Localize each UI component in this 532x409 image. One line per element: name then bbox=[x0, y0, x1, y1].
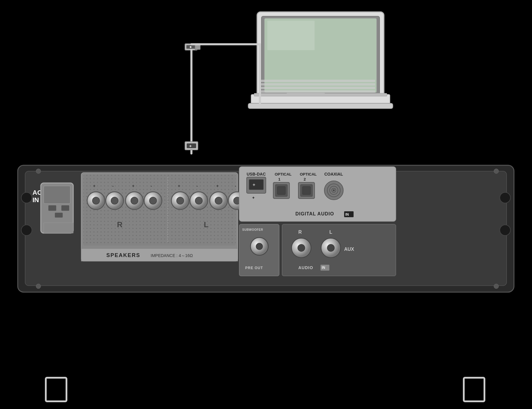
svg-text:+: + bbox=[178, 184, 180, 188]
svg-rect-5 bbox=[251, 94, 390, 106]
svg-point-102 bbox=[36, 284, 41, 289]
svg-rect-79 bbox=[298, 182, 315, 199]
svg-rect-87 bbox=[344, 211, 354, 217]
digital-audio-label: DIGITAL AUDIO bbox=[295, 211, 334, 216]
coaxial-label: COAXIAL bbox=[324, 172, 343, 176]
svg-rect-34 bbox=[55, 212, 63, 218]
svg-text:-: - bbox=[151, 184, 152, 188]
svg-point-46 bbox=[144, 192, 162, 210]
svg-point-42 bbox=[106, 192, 123, 210]
svg-rect-24 bbox=[25, 171, 507, 286]
svg-rect-71 bbox=[249, 179, 263, 190]
digital-in-badge: IN bbox=[345, 212, 349, 217]
svg-point-85 bbox=[332, 188, 336, 192]
svg-point-52 bbox=[195, 197, 202, 204]
svg-rect-75 bbox=[273, 182, 289, 199]
svg-point-101 bbox=[494, 169, 499, 174]
svg-rect-91 bbox=[282, 224, 396, 276]
svg-point-25 bbox=[21, 192, 32, 203]
svg-rect-33 bbox=[61, 205, 69, 211]
svg-point-103 bbox=[494, 284, 499, 289]
svg-rect-7 bbox=[260, 80, 375, 82]
svg-rect-12 bbox=[248, 103, 393, 109]
svg-rect-1 bbox=[257, 12, 384, 97]
svg-point-51 bbox=[190, 192, 208, 210]
svg-text:IN: IN bbox=[32, 196, 39, 204]
svg-rect-32 bbox=[48, 205, 56, 211]
svg-point-40 bbox=[87, 192, 105, 210]
svg-rect-4 bbox=[267, 21, 315, 50]
svg-point-84 bbox=[330, 186, 338, 194]
usb-dac-label: USB-DAC bbox=[247, 172, 266, 176]
subwoofer-label: SUBWOOFER bbox=[242, 228, 263, 231]
svg-point-44 bbox=[126, 192, 143, 210]
svg-text:1: 1 bbox=[278, 177, 280, 181]
svg-rect-3 bbox=[264, 18, 377, 93]
svg-rect-9 bbox=[260, 87, 375, 89]
svg-point-43 bbox=[111, 197, 118, 204]
svg-rect-14 bbox=[186, 45, 196, 49]
ac-in-label: AC bbox=[32, 189, 42, 196]
aux-label: AUX bbox=[344, 247, 354, 252]
svg-text:-: - bbox=[112, 184, 114, 188]
svg-text:✦: ✦ bbox=[189, 144, 192, 148]
svg-point-86 bbox=[333, 189, 335, 191]
svg-point-94 bbox=[321, 238, 341, 258]
svg-point-93 bbox=[298, 244, 305, 251]
svg-rect-36 bbox=[81, 173, 238, 261]
svg-text:✦: ✦ bbox=[252, 182, 256, 187]
svg-rect-67 bbox=[81, 249, 238, 261]
impedance-label: IMPEDANCE : 4～16Ω bbox=[151, 253, 193, 258]
svg-rect-8 bbox=[260, 83, 375, 86]
svg-text:✦: ✦ bbox=[189, 45, 192, 49]
svg-rect-30 bbox=[41, 183, 73, 233]
svg-rect-21 bbox=[187, 143, 196, 148]
svg-rect-99 bbox=[464, 378, 484, 401]
svg-point-26 bbox=[21, 225, 32, 235]
svg-text:✦: ✦ bbox=[252, 195, 255, 200]
svg-point-45 bbox=[131, 197, 138, 204]
svg-rect-2 bbox=[261, 16, 380, 94]
pre-out-label: PRE OUT bbox=[245, 266, 263, 270]
svg-rect-96 bbox=[320, 265, 329, 271]
svg-rect-68 bbox=[81, 249, 238, 261]
svg-rect-23 bbox=[18, 165, 514, 292]
svg-point-41 bbox=[92, 197, 100, 204]
svg-rect-80 bbox=[300, 184, 313, 197]
svg-text:L: L bbox=[204, 220, 209, 229]
svg-point-83 bbox=[327, 184, 340, 197]
svg-rect-81 bbox=[302, 186, 310, 194]
svg-point-95 bbox=[327, 244, 334, 251]
svg-rect-76 bbox=[275, 184, 287, 197]
svg-rect-13 bbox=[185, 44, 197, 50]
svg-point-28 bbox=[500, 225, 510, 235]
svg-rect-98 bbox=[46, 378, 66, 401]
speakers-label: SPEAKERS bbox=[106, 252, 140, 258]
l-channel-label: L bbox=[329, 230, 332, 235]
svg-rect-39 bbox=[83, 175, 236, 246]
optical1-label: OPTICAL bbox=[275, 172, 292, 176]
svg-text:+: + bbox=[93, 184, 95, 188]
svg-text:2: 2 bbox=[304, 177, 306, 181]
svg-rect-16 bbox=[195, 44, 200, 50]
svg-point-50 bbox=[177, 197, 184, 204]
svg-text:-: - bbox=[196, 184, 198, 188]
svg-rect-10 bbox=[260, 90, 375, 93]
svg-point-27 bbox=[500, 192, 510, 203]
r-channel-label: R bbox=[298, 230, 302, 235]
svg-rect-69 bbox=[239, 167, 396, 221]
svg-rect-20 bbox=[185, 142, 198, 150]
svg-text:IN: IN bbox=[322, 266, 325, 270]
svg-rect-11 bbox=[287, 93, 325, 94]
svg-point-55 bbox=[228, 192, 246, 210]
svg-rect-70 bbox=[247, 177, 266, 193]
svg-point-89 bbox=[250, 238, 268, 255]
svg-point-54 bbox=[215, 197, 222, 204]
svg-rect-31 bbox=[44, 186, 70, 204]
svg-point-56 bbox=[234, 197, 241, 204]
svg-marker-35 bbox=[44, 223, 73, 233]
svg-point-49 bbox=[171, 192, 189, 210]
svg-rect-38 bbox=[83, 175, 236, 246]
svg-text:R: R bbox=[117, 220, 123, 229]
svg-point-92 bbox=[292, 238, 311, 258]
